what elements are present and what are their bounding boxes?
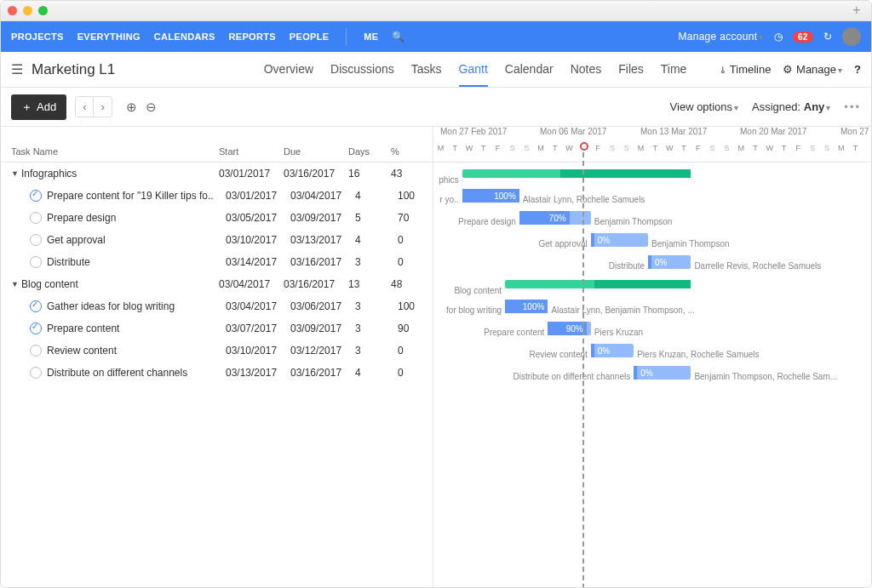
task-checkbox[interactable] [30,323,42,334]
traffic-lights [8,6,48,15]
add-button[interactable]: ＋ Add [11,94,66,120]
clock-icon[interactable]: ◷ [774,31,783,43]
day-label: S [806,144,820,163]
tab-discussions[interactable]: Discussions [330,62,394,77]
new-tab-button[interactable]: + [849,3,864,19]
week-label: Mon 27 [840,127,869,136]
nav-people[interactable]: PEOPLE [290,31,329,42]
assigned-filter[interactable]: Assigned: Any▾ [752,100,830,113]
task-checkbox[interactable] [30,367,42,379]
task-bar[interactable]: 0%0%Benjamin Thompson, Rochelle Sam...Di… [634,366,691,380]
next-arrow-icon[interactable]: › [94,97,111,117]
timeline-link[interactable]: ⫰ Timeline [720,63,771,76]
refresh-icon[interactable]: ↻ [823,31,832,43]
maximize-window-icon[interactable] [38,6,48,15]
task-name: Distribute on different channels [47,367,226,379]
nav-me[interactable]: ME [364,31,378,42]
prev-arrow-icon[interactable]: ‹ [76,97,94,117]
bar-left-label: r yo.. [439,195,458,204]
week-label: Mon 20 Mar 2017 [740,127,806,136]
project-tabbar: ☰ Marketing L1 OverviewDiscussionsTasksG… [1,52,871,88]
day-label: T [677,144,691,163]
day-label: T [777,144,791,163]
task-name: Blog content [21,278,219,290]
task-row[interactable]: Distribute on different channels03/13/20… [1,362,433,384]
search-icon[interactable]: 🔍 [392,31,404,43]
user-avatar[interactable] [842,27,861,46]
today-indicator [582,152,584,588]
tab-calendar[interactable]: Calendar [505,62,554,77]
nav-reports[interactable]: REPORTS [229,31,276,42]
close-window-icon[interactable] [8,6,17,15]
bar-left-label: phics [439,175,458,185]
task-bar[interactable]: 0%0%Piers Kruzan, Rochelle SamuelsReview… [591,344,634,357]
nav-everything[interactable]: EVERYTHING [77,31,141,42]
task-bar[interactable]: 100%Alastair Lynn, Benjamin Thompson, ..… [505,300,548,313]
task-checkbox[interactable] [30,190,42,202]
day-label: F [490,144,505,163]
gantt-row: phics [433,163,871,185]
task-row[interactable]: Prepare content for "19 Killer tips fo..… [1,185,433,207]
more-menu-icon[interactable]: ••• [844,100,861,113]
gantt-row: 0%0%Piers Kruzan, Rochelle SamuelsReview… [433,340,871,362]
week-label: Mon 06 Mar 2017 [540,127,606,136]
task-group-row[interactable]: ▼Infographics03/01/201703/16/20171643 [1,163,433,185]
date-nav: ‹ › [75,96,112,117]
nav-calendars[interactable]: CALENDARS [154,31,215,42]
gantt-row: 0%0%Benjamin Thompson, Rochelle Sam...Di… [433,362,871,384]
day-label: F [791,144,806,163]
hamburger-menu-icon[interactable]: ☰ [11,61,23,77]
task-checkbox[interactable] [30,256,42,268]
day-label: F [591,144,605,163]
task-bar[interactable]: 100%Alastair Lynn, Rochelle Samuelsr yo.… [462,189,519,203]
task-row[interactable]: Review content03/10/201703/12/201730 [1,340,433,362]
task-list-header: Task Name Start Due Days % [1,127,433,163]
task-checkbox[interactable] [30,300,42,312]
task-row[interactable]: Prepare design03/05/201703/09/2017570 [1,207,433,229]
task-checkbox[interactable] [30,212,42,224]
tab-time[interactable]: Time [661,62,687,77]
zoom-in-icon[interactable]: ⊕ [126,100,137,115]
task-checkbox[interactable] [30,234,42,246]
tab-files[interactable]: Files [618,62,644,77]
task-row[interactable]: Gather ideas for blog writing03/04/20170… [1,295,433,317]
summary-bar[interactable]: Blog content [505,280,691,288]
tab-overview[interactable]: Overview [264,62,313,77]
view-options-menu[interactable]: View options▾ [670,100,738,113]
task-bar[interactable]: 0%0%Benjamin ThompsonGet approval [591,233,648,247]
gantt-row: 0%0%Darrelle Revis, Rochelle SamuelsDist… [433,251,871,273]
col-task-name: Task Name [11,146,219,157]
nav-projects[interactable]: PROJECTS [11,31,64,42]
gantt-toolbar: ＋ Add ‹ › ⊕ ⊖ View options▾ Assigned: An… [1,88,871,127]
task-bar[interactable]: 0%0%Darrelle Revis, Rochelle SamuelsDist… [648,255,691,269]
task-bar[interactable]: 70%Benjamin ThompsonPrepare design [519,211,591,225]
tab-notes[interactable]: Notes [571,62,602,77]
task-row[interactable]: Prepare content03/07/201703/09/2017390 [1,317,433,340]
task-name: Infographics [21,168,219,180]
tab-gantt[interactable]: Gantt [459,62,488,87]
help-icon[interactable]: ? [854,63,861,76]
minimize-window-icon[interactable] [23,6,32,15]
day-label: M [634,144,648,163]
day-label: S [605,144,620,163]
zoom-out-icon[interactable]: ⊖ [146,100,157,115]
notification-badge[interactable]: 62 [793,31,813,43]
expand-caret-icon[interactable]: ▼ [11,280,21,288]
summary-bar[interactable]: phics [462,169,691,178]
expand-caret-icon[interactable]: ▼ [11,169,21,178]
day-label: S [720,144,734,163]
task-bar[interactable]: 90%Piers KruzanPrepare content [548,322,590,335]
task-checkbox[interactable] [30,345,42,357]
manage-menu[interactable]: ⚙ Manage▾ [783,63,842,76]
gantt-row: Blog content [433,273,871,295]
assignee-label: Darrelle Revis, Rochelle Samuels [694,261,821,271]
task-name: Gather ideas for blog writing [47,300,226,312]
bar-left-label: Distribute [609,261,645,271]
task-row[interactable]: Get approval03/10/201703/13/201740 [1,229,433,251]
tab-tasks[interactable]: Tasks [411,62,442,77]
task-row[interactable]: Distribute03/14/201703/16/201730 [1,251,433,273]
task-group-row[interactable]: ▼Blog content03/04/201703/16/20171348 [1,273,433,295]
manage-account-menu[interactable]: Manage account▾ [678,31,763,43]
gantt-chart-pane: Mon 27 Feb 2017Mon 06 Mar 2017Mon 13 Mar… [433,127,871,588]
task-name: Prepare content [47,323,226,334]
